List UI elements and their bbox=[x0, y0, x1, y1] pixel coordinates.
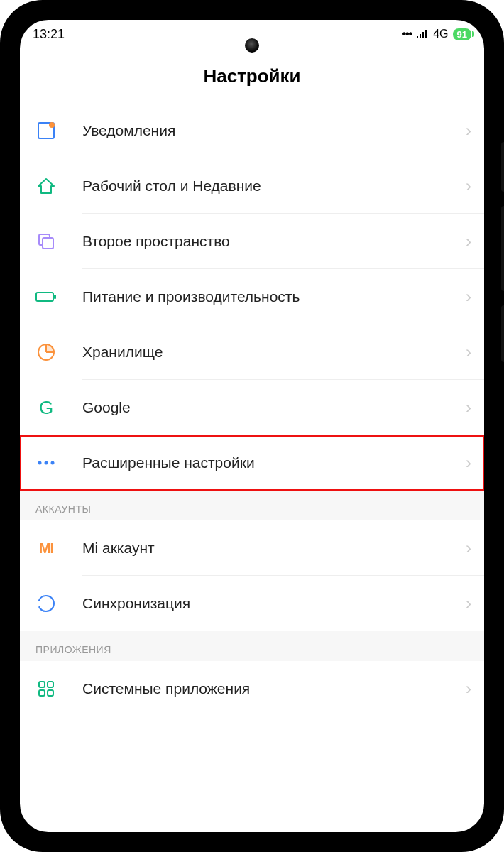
mi-icon: MI bbox=[35, 537, 57, 559]
row-label: Mi аккаунт bbox=[82, 540, 459, 557]
svg-point-1 bbox=[49, 122, 55, 128]
svg-rect-12 bbox=[48, 682, 53, 687]
row-storage[interactable]: Хранилище › bbox=[20, 324, 484, 380]
row-label: Питание и производительность bbox=[82, 288, 459, 305]
row-sync[interactable]: Синхронизация › bbox=[20, 576, 484, 631]
status-time: 13:21 bbox=[33, 27, 65, 42]
copy-icon bbox=[35, 231, 57, 252]
row-power[interactable]: Питание и производительность › bbox=[20, 269, 484, 324]
chevron-right-icon: › bbox=[466, 398, 471, 417]
svg-point-8 bbox=[45, 462, 48, 465]
dots-icon bbox=[35, 452, 57, 474]
google-icon: G bbox=[35, 397, 57, 418]
settings-list: Уведомления › Рабочий стол и Недавние › bbox=[20, 103, 484, 491]
status-right: ••• 4G 91 bbox=[402, 28, 471, 40]
row-label: Уведомления bbox=[82, 122, 459, 139]
front-camera bbox=[242, 36, 262, 55]
device-frame: 13:21 ••• 4G 91 Настройки Уведомл bbox=[0, 0, 504, 852]
sync-icon bbox=[35, 593, 57, 614]
battery-icon: 91 bbox=[453, 28, 471, 40]
svg-rect-13 bbox=[39, 690, 45, 696]
screen: 13:21 ••• 4G 91 Настройки Уведомл bbox=[20, 20, 484, 832]
svg-rect-11 bbox=[39, 682, 45, 687]
pie-icon bbox=[35, 342, 57, 363]
section-header-accounts: АККАУНТЫ bbox=[20, 491, 484, 520]
row-second-space[interactable]: Второе пространство › bbox=[20, 214, 484, 269]
network-label: 4G bbox=[433, 28, 448, 40]
row-mi-account[interactable]: MI Mi аккаунт › bbox=[20, 520, 484, 576]
accounts-list: MI Mi аккаунт › Синхронизация › bbox=[20, 520, 484, 631]
row-home[interactable]: Рабочий стол и Недавние › bbox=[20, 158, 484, 214]
row-label: Системные приложения bbox=[82, 680, 459, 697]
svg-point-9 bbox=[51, 462, 55, 465]
row-notifications[interactable]: Уведомления › bbox=[20, 103, 484, 158]
svg-point-10 bbox=[38, 596, 54, 611]
side-button bbox=[501, 142, 504, 192]
svg-rect-3 bbox=[43, 238, 53, 248]
row-label: Google bbox=[82, 399, 459, 416]
row-label: Расширенные настройки bbox=[82, 454, 459, 471]
svg-point-7 bbox=[38, 462, 42, 465]
chevron-right-icon: › bbox=[466, 342, 471, 362]
chevron-right-icon: › bbox=[466, 176, 471, 196]
battery-icon bbox=[35, 286, 57, 307]
row-system-apps[interactable]: Системные приложения › bbox=[20, 661, 484, 716]
chevron-right-icon: › bbox=[466, 287, 471, 307]
row-label: Рабочий стол и Недавние bbox=[82, 178, 459, 195]
chevron-right-icon: › bbox=[466, 453, 471, 473]
side-button bbox=[501, 305, 504, 362]
home-icon bbox=[35, 175, 57, 197]
side-button bbox=[501, 206, 504, 291]
svg-rect-4 bbox=[36, 293, 53, 301]
row-label: Хранилище bbox=[82, 344, 459, 361]
chevron-right-icon: › bbox=[466, 594, 471, 613]
signal-icon bbox=[416, 29, 429, 39]
row-label: Синхронизация bbox=[82, 595, 459, 612]
svg-rect-14 bbox=[48, 690, 53, 696]
more-icon: ••• bbox=[402, 28, 412, 40]
chevron-right-icon: › bbox=[466, 538, 471, 558]
chevron-right-icon: › bbox=[466, 679, 471, 699]
notification-icon bbox=[35, 120, 57, 141]
chevron-right-icon: › bbox=[466, 121, 471, 141]
row-advanced[interactable]: Расширенные настройки › bbox=[20, 435, 484, 491]
page-title: Настройки bbox=[20, 48, 484, 103]
grid-icon bbox=[35, 678, 57, 699]
svg-rect-5 bbox=[54, 295, 56, 299]
section-header-apps: ПРИЛОЖЕНИЯ bbox=[20, 631, 484, 661]
apps-list: Системные приложения › bbox=[20, 661, 484, 716]
chevron-right-icon: › bbox=[466, 231, 471, 251]
row-label: Второе пространство bbox=[82, 233, 459, 250]
row-google[interactable]: G Google › bbox=[20, 380, 484, 435]
